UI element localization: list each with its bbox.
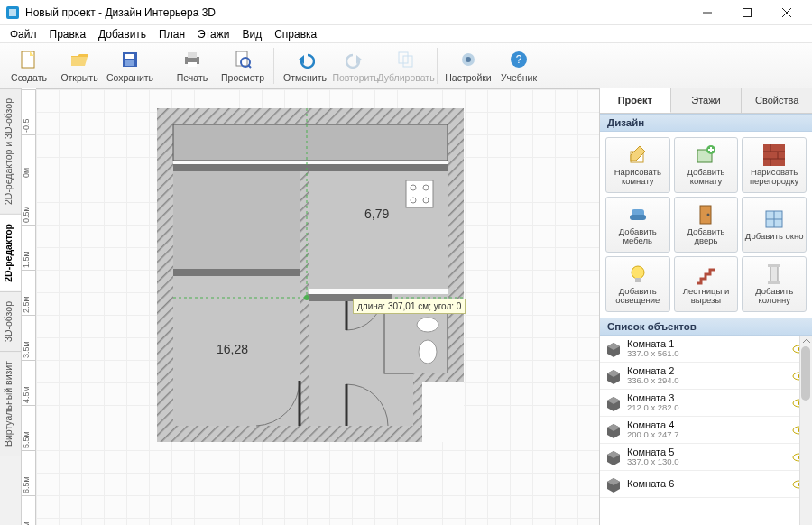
object-list-item[interactable]: Комната 3212.0 x 282.0	[600, 390, 812, 417]
object-cube-icon	[605, 449, 622, 465]
svg-rect-33	[173, 171, 300, 269]
svg-rect-10	[125, 60, 134, 66]
tab-2d-editor[interactable]: 2D-редактор	[0, 214, 21, 291]
svg-rect-89	[770, 265, 778, 283]
design-btn-label: Нарисовать перегородку	[744, 168, 804, 187]
object-dimensions: 200.0 x 247.7	[627, 430, 792, 439]
floorplan-canvas[interactable]: 16,28 6,79 длина: 307,01 см; угол: 0	[36, 89, 599, 525]
svg-rect-3	[743, 8, 752, 16]
magnifier-page-icon	[232, 49, 254, 70]
maximize-button[interactable]	[727, 0, 767, 25]
tab-virtual-visit[interactable]: Виртуальный визит	[0, 351, 21, 456]
stairs-icon	[695, 263, 716, 285]
design-btn-window[interactable]: Добавить окно	[742, 197, 807, 253]
design-section-header: Дизайн	[600, 114, 812, 132]
printer-icon	[181, 49, 203, 70]
svg-point-39	[419, 340, 437, 364]
design-btn-pencil-room[interactable]: Нарисовать комнату	[605, 137, 670, 193]
design-btn-brick-wall[interactable]: Нарисовать перегородку	[742, 137, 807, 193]
svg-rect-30	[173, 164, 448, 171]
close-button[interactable]	[767, 0, 807, 25]
folder-open-icon	[69, 49, 90, 70]
floppy-disk-icon	[119, 49, 141, 70]
svg-point-22	[466, 57, 471, 62]
menu-view[interactable]: Вид	[235, 26, 268, 42]
redo-button[interactable]: Повторить	[330, 45, 381, 87]
svg-rect-74	[763, 144, 785, 166]
svg-rect-29	[173, 124, 448, 161]
tab-2d-3d-combo[interactable]: 2D-редактор и 3D-обзор	[0, 88, 21, 214]
settings-button[interactable]: Настройки	[443, 45, 494, 87]
help-icon: ?	[508, 49, 530, 70]
title-bar: Новый проект - Дизайн Интерьера 3D	[0, 0, 812, 25]
new-button[interactable]: Создать	[4, 45, 54, 87]
object-cube-icon	[605, 341, 622, 357]
view-mode-tabs: 2D-редактор и 3D-обзор 2D-редактор 3D-об…	[0, 88, 22, 525]
undo-button[interactable]: Отменить	[280, 45, 330, 87]
minimize-button[interactable]	[687, 0, 727, 25]
column-icon	[763, 263, 785, 285]
svg-rect-81	[630, 215, 646, 220]
menu-edit[interactable]: Правка	[43, 26, 93, 42]
duplicate-icon	[395, 49, 417, 70]
design-btn-label: Добавить окно	[745, 232, 804, 241]
object-list-item[interactable]: Комната 6	[600, 471, 812, 498]
svg-rect-6	[22, 51, 34, 68]
print-button[interactable]: Печать	[167, 45, 217, 87]
window-title: Новый проект - Дизайн Интерьера 3D	[25, 6, 687, 19]
svg-rect-1	[9, 9, 16, 16]
design-btn-label: Добавить комнату	[677, 168, 736, 187]
menu-file[interactable]: Файл	[4, 26, 43, 42]
menu-help[interactable]: Справка	[268, 26, 323, 42]
tab-3d-view[interactable]: 3D-обзор	[0, 291, 21, 351]
svg-rect-32	[173, 269, 300, 276]
svg-text:?: ?	[516, 53, 522, 66]
svg-rect-91	[768, 281, 780, 284]
design-btn-lightbulb[interactable]: Добавить освещение	[605, 256, 670, 312]
new-file-icon	[18, 49, 40, 70]
save-button[interactable]: Сохранить	[105, 45, 155, 87]
object-list-item[interactable]: Комната 2336.0 x 294.0	[600, 363, 812, 390]
object-dimensions: 337.0 x 561.0	[627, 349, 792, 358]
object-cube-icon	[605, 368, 622, 384]
design-btn-label: Лестницы и вырезы	[677, 287, 736, 306]
tab-project[interactable]: Проект	[600, 88, 671, 113]
door-icon	[695, 204, 716, 226]
vertical-ruler: -0.50м 0.5м1.5м 2.5м3.5м 4.5м5.5м 6.5м7.…	[22, 89, 36, 525]
svg-rect-9	[125, 54, 134, 59]
design-btn-stairs[interactable]: Лестницы и вырезы	[674, 256, 739, 312]
objects-scrollbar[interactable]	[799, 336, 812, 525]
tab-floors[interactable]: Этажи	[671, 88, 743, 113]
app-icon	[5, 5, 20, 20]
design-btn-label: Добавить освещение	[608, 287, 668, 306]
object-dimensions: 212.0 x 282.0	[627, 403, 792, 412]
menu-add[interactable]: Добавить	[92, 26, 152, 42]
design-btn-add-room[interactable]: Добавить комнату	[674, 137, 739, 193]
object-list-item[interactable]: Комната 4200.0 x 247.7	[600, 417, 812, 444]
tab-properties[interactable]: Свойства	[742, 88, 812, 113]
object-list-item[interactable]: Комната 5337.0 x 130.0	[600, 444, 812, 471]
textbook-button[interactable]: ? Учебник	[494, 45, 544, 87]
toolbar: Создать Открыть Сохранить Печать Просмот…	[0, 43, 812, 88]
pencil-room-icon	[627, 144, 649, 166]
svg-line-16	[248, 65, 251, 68]
objects-list[interactable]: Комната 1337.0 x 561.0Комната 2336.0 x 2…	[600, 336, 812, 525]
svg-rect-40	[420, 379, 464, 442]
design-btn-label: Добавить колонну	[744, 287, 804, 306]
design-btn-label: Добавить мебель	[608, 227, 668, 246]
menu-bar: Файл Правка Добавить План Этажи Вид Спра…	[0, 25, 812, 43]
preview-button[interactable]: Просмотр	[217, 45, 268, 87]
menu-floors[interactable]: Этажи	[191, 26, 235, 42]
design-btn-armchair[interactable]: Добавить мебель	[605, 197, 670, 253]
svg-point-38	[417, 318, 438, 332]
open-button[interactable]: Открыть	[54, 45, 105, 87]
scrollbar-thumb[interactable]	[801, 346, 810, 401]
design-btn-door[interactable]: Добавить дверь	[674, 197, 739, 253]
object-list-item[interactable]: Комната 1337.0 x 561.0	[600, 336, 812, 363]
lightbulb-icon	[627, 263, 649, 285]
svg-rect-88	[635, 278, 641, 282]
design-btn-column[interactable]: Добавить колонну	[742, 256, 807, 312]
duplicate-button[interactable]: Дублировать	[381, 45, 431, 87]
menu-plan[interactable]: План	[152, 26, 191, 42]
svg-point-83	[707, 213, 710, 216]
